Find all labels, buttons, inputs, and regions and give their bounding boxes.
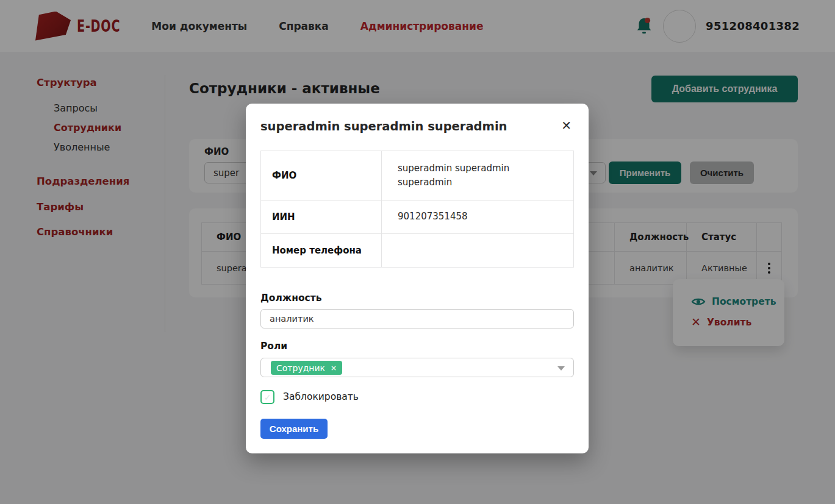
chevron-down-icon [557,366,565,371]
info-label-iin: ИИН [261,201,381,233]
app-root: E-DOC Мои документы Справка Администриро… [0,0,835,504]
remove-tag-icon[interactable]: × [331,364,337,372]
roles-select[interactable]: Сотрудник × [260,358,574,377]
info-row-fio: ФИО superadmin superadmin superadmin [261,151,573,200]
role-tag: Сотрудник × [271,361,342,375]
close-icon[interactable]: ✕ [561,118,572,133]
modal-title: superadmin superadmin superadmin [260,119,507,133]
position-input[interactable] [260,309,574,328]
info-value-iin: 901207351458 [381,201,575,233]
info-value-phone [381,234,575,267]
employee-modal: superadmin superadmin superadmin ✕ ФИО s… [246,104,589,453]
info-label-fio: ФИО [261,151,381,200]
block-checkbox[interactable]: ✓ [260,390,274,404]
check-icon: ✓ [264,392,271,402]
info-row-phone: Номер телефона [261,233,573,267]
role-tag-label: Сотрудник [276,363,325,373]
info-value-fio: superadmin superadmin superadmin [381,151,575,200]
block-label: Заблокировать [283,391,359,402]
roles-label: Роли [260,341,287,352]
info-label-phone: Номер телефона [261,234,381,267]
position-label: Должность [260,293,322,303]
employee-info-table: ФИО superadmin superadmin superadmin ИИН… [260,151,574,268]
info-row-iin: ИИН 901207351458 [261,200,573,233]
save-button[interactable]: Сохранить [260,419,328,439]
